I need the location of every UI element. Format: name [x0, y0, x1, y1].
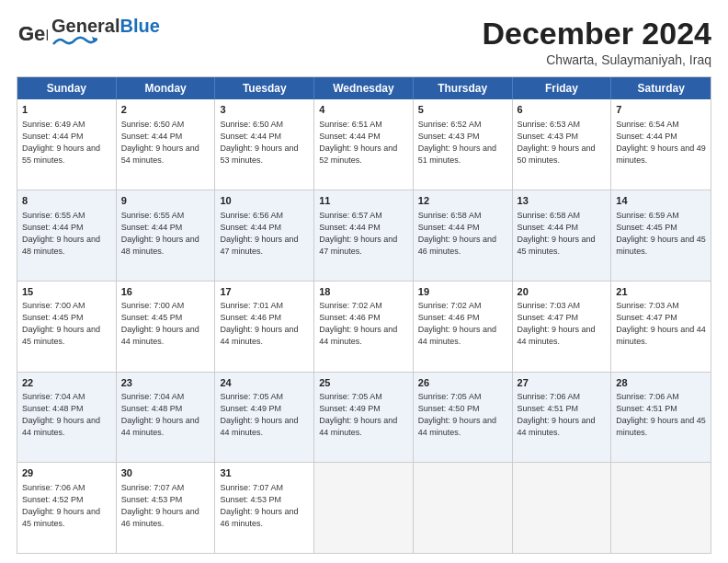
calendar-cell-day-7: 7Sunrise: 6:54 AMSunset: 4:44 PMDaylight…	[611, 99, 711, 190]
cell-info: Sunrise: 7:06 AMSunset: 4:52 PMDaylight:…	[22, 482, 111, 530]
calendar-row-2: 8Sunrise: 6:55 AMSunset: 4:44 PMDaylight…	[17, 190, 711, 282]
day-number: 22	[22, 376, 111, 390]
cell-info: Sunrise: 7:00 AMSunset: 4:45 PMDaylight:…	[121, 300, 210, 348]
calendar-row-1: 1Sunrise: 6:49 AMSunset: 4:44 PMDaylight…	[17, 99, 711, 190]
day-number: 10	[220, 194, 309, 208]
day-number: 26	[418, 376, 507, 390]
calendar-cell-day-22: 22Sunrise: 7:04 AMSunset: 4:48 PMDayligh…	[17, 373, 117, 463]
calendar-cell-day-10: 10Sunrise: 6:56 AMSunset: 4:44 PMDayligh…	[215, 190, 314, 281]
day-number: 24	[220, 376, 309, 390]
calendar-cell-day-31: 31Sunrise: 7:07 AMSunset: 4:53 PMDayligh…	[215, 463, 314, 553]
day-number: 31	[220, 466, 309, 480]
page: Gen G GeneralBlue December 2024 Chwarta,…	[0, 0, 728, 563]
day-number: 27	[518, 376, 607, 390]
calendar-cell-empty	[611, 463, 711, 553]
cell-info: Sunrise: 7:07 AMSunset: 4:53 PMDaylight:…	[220, 482, 309, 530]
calendar-cell-day-1: 1Sunrise: 6:49 AMSunset: 4:44 PMDaylight…	[17, 99, 117, 190]
cell-info: Sunrise: 7:07 AMSunset: 4:53 PMDaylight:…	[121, 482, 210, 530]
day-number: 5	[418, 103, 507, 117]
cell-info: Sunrise: 6:54 AMSunset: 4:44 PMDaylight:…	[616, 119, 706, 167]
day-number: 14	[616, 194, 706, 208]
logo-icon: Gen G	[17, 18, 48, 50]
header-day-wednesday: Wednesday	[314, 77, 414, 99]
calendar-cell-day-25: 25Sunrise: 7:05 AMSunset: 4:49 PMDayligh…	[314, 373, 414, 463]
logo-wave-icon	[51, 35, 97, 48]
day-number: 4	[319, 103, 408, 117]
header-day-saturday: Saturday	[611, 77, 711, 99]
day-number: 28	[616, 376, 706, 390]
calendar-cell-day-23: 23Sunrise: 7:04 AMSunset: 4:48 PMDayligh…	[117, 373, 216, 463]
cell-info: Sunrise: 7:04 AMSunset: 4:48 PMDaylight:…	[22, 391, 111, 439]
day-number: 17	[220, 285, 309, 299]
header-day-tuesday: Tuesday	[215, 77, 314, 99]
day-number: 18	[319, 285, 408, 299]
calendar-cell-day-2: 2Sunrise: 6:50 AMSunset: 4:44 PMDaylight…	[117, 99, 216, 190]
day-number: 11	[319, 194, 408, 208]
cell-info: Sunrise: 7:02 AMSunset: 4:46 PMDaylight:…	[418, 300, 507, 348]
cell-info: Sunrise: 7:05 AMSunset: 4:50 PMDaylight:…	[418, 391, 507, 439]
day-number: 16	[121, 285, 210, 299]
calendar-cell-day-14: 14Sunrise: 6:59 AMSunset: 4:45 PMDayligh…	[611, 190, 711, 281]
calendar-cell-day-4: 4Sunrise: 6:51 AMSunset: 4:44 PMDaylight…	[314, 99, 414, 190]
cell-info: Sunrise: 7:05 AMSunset: 4:49 PMDaylight:…	[220, 391, 309, 439]
calendar-cell-day-20: 20Sunrise: 7:03 AMSunset: 4:47 PMDayligh…	[513, 282, 612, 372]
calendar-cell-day-9: 9Sunrise: 6:55 AMSunset: 4:44 PMDaylight…	[117, 190, 216, 281]
calendar: SundayMondayTuesdayWednesdayThursdayFrid…	[17, 76, 711, 554]
day-number: 20	[518, 285, 607, 299]
calendar-cell-day-3: 3Sunrise: 6:50 AMSunset: 4:44 PMDaylight…	[215, 99, 314, 190]
calendar-header: SundayMondayTuesdayWednesdayThursdayFrid…	[17, 77, 711, 99]
day-number: 25	[319, 376, 408, 390]
logo-blue: Blue	[119, 16, 159, 36]
cell-info: Sunrise: 7:06 AMSunset: 4:51 PMDaylight:…	[616, 391, 706, 439]
cell-info: Sunrise: 7:03 AMSunset: 4:47 PMDaylight:…	[518, 300, 607, 348]
day-number: 7	[616, 103, 706, 117]
cell-info: Sunrise: 7:05 AMSunset: 4:49 PMDaylight:…	[319, 391, 408, 439]
calendar-cell-day-12: 12Sunrise: 6:58 AMSunset: 4:44 PMDayligh…	[414, 190, 513, 281]
day-number: 21	[616, 285, 706, 299]
cell-info: Sunrise: 7:00 AMSunset: 4:45 PMDaylight:…	[22, 300, 111, 348]
header-day-sunday: Sunday	[17, 77, 117, 99]
day-number: 1	[22, 103, 111, 117]
title-block: December 2024 Chwarta, Sulaymaniyah, Ira…	[482, 17, 711, 67]
calendar-row-4: 22Sunrise: 7:04 AMSunset: 4:48 PMDayligh…	[17, 373, 711, 464]
cell-info: Sunrise: 7:02 AMSunset: 4:46 PMDaylight:…	[319, 300, 408, 348]
cell-info: Sunrise: 6:49 AMSunset: 4:44 PMDaylight:…	[22, 119, 111, 167]
calendar-cell-day-21: 21Sunrise: 7:03 AMSunset: 4:47 PMDayligh…	[611, 282, 711, 372]
calendar-cell-day-26: 26Sunrise: 7:05 AMSunset: 4:50 PMDayligh…	[414, 373, 513, 463]
cell-info: Sunrise: 7:04 AMSunset: 4:48 PMDaylight:…	[121, 391, 210, 439]
cell-info: Sunrise: 6:57 AMSunset: 4:44 PMDaylight:…	[319, 210, 408, 258]
calendar-cell-day-24: 24Sunrise: 7:05 AMSunset: 4:49 PMDayligh…	[215, 373, 314, 463]
day-number: 15	[22, 285, 111, 299]
calendar-cell-day-29: 29Sunrise: 7:06 AMSunset: 4:52 PMDayligh…	[17, 463, 117, 553]
cell-info: Sunrise: 7:01 AMSunset: 4:46 PMDaylight:…	[220, 300, 309, 348]
cell-info: Sunrise: 6:59 AMSunset: 4:45 PMDaylight:…	[616, 210, 706, 258]
day-number: 29	[22, 466, 111, 480]
month-title: December 2024	[482, 17, 711, 51]
header-day-monday: Monday	[117, 77, 216, 99]
calendar-cell-day-27: 27Sunrise: 7:06 AMSunset: 4:51 PMDayligh…	[513, 373, 612, 463]
header-day-friday: Friday	[513, 77, 612, 99]
cell-info: Sunrise: 7:06 AMSunset: 4:51 PMDaylight:…	[518, 391, 607, 439]
logo-general: General	[51, 16, 119, 36]
calendar-cell-empty	[414, 463, 513, 553]
calendar-cell-day-6: 6Sunrise: 6:53 AMSunset: 4:43 PMDaylight…	[513, 99, 612, 190]
cell-info: Sunrise: 6:58 AMSunset: 4:44 PMDaylight:…	[418, 210, 507, 258]
cell-info: Sunrise: 6:55 AMSunset: 4:44 PMDaylight:…	[22, 210, 111, 258]
calendar-cell-day-5: 5Sunrise: 6:52 AMSunset: 4:43 PMDaylight…	[414, 99, 513, 190]
subtitle: Chwarta, Sulaymaniyah, Iraq	[482, 52, 711, 67]
cell-info: Sunrise: 6:50 AMSunset: 4:44 PMDaylight:…	[121, 119, 210, 167]
day-number: 2	[121, 103, 210, 117]
calendar-cell-day-11: 11Sunrise: 6:57 AMSunset: 4:44 PMDayligh…	[314, 190, 414, 281]
day-number: 23	[121, 376, 210, 390]
svg-text:G: G	[18, 22, 34, 45]
day-number: 13	[518, 194, 607, 208]
day-number: 8	[22, 194, 111, 208]
calendar-cell-day-18: 18Sunrise: 7:02 AMSunset: 4:46 PMDayligh…	[314, 282, 414, 372]
calendar-cell-day-13: 13Sunrise: 6:58 AMSunset: 4:44 PMDayligh…	[513, 190, 612, 281]
cell-info: Sunrise: 6:50 AMSunset: 4:44 PMDaylight:…	[220, 119, 309, 167]
day-number: 19	[418, 285, 507, 299]
calendar-cell-day-17: 17Sunrise: 7:01 AMSunset: 4:46 PMDayligh…	[215, 282, 314, 372]
day-number: 30	[121, 466, 210, 480]
day-number: 3	[220, 103, 309, 117]
cell-info: Sunrise: 6:56 AMSunset: 4:44 PMDaylight:…	[220, 210, 309, 258]
